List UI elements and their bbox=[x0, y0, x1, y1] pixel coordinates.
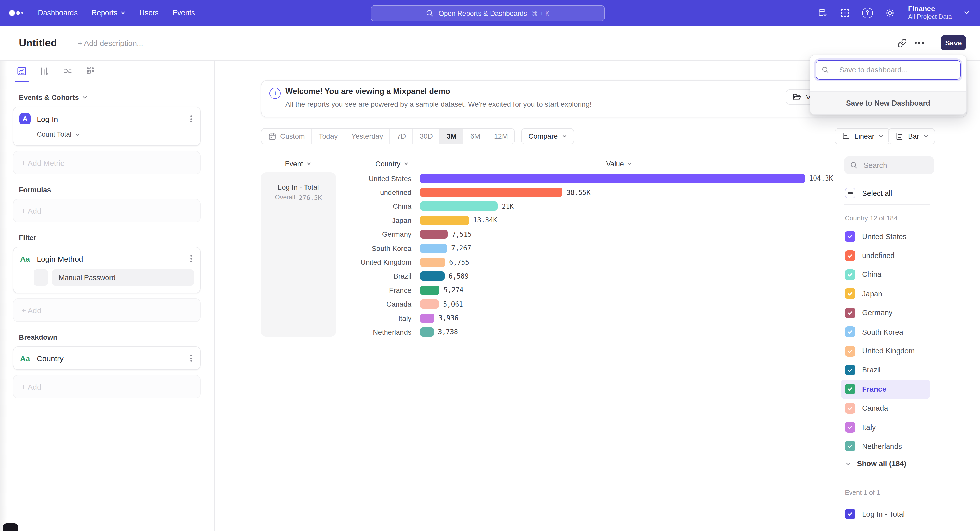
bar-china[interactable] bbox=[420, 202, 498, 211]
country-checkbox-brazil[interactable] bbox=[845, 365, 856, 376]
bar-france[interactable] bbox=[420, 286, 439, 295]
filter-value[interactable]: Manual Password bbox=[52, 269, 194, 286]
filter-property-name[interactable]: Login Method bbox=[37, 254, 188, 263]
legend-row-undefined[interactable]: undefined bbox=[841, 246, 931, 265]
legend-row-south-korea[interactable]: South Korea bbox=[841, 322, 931, 341]
legend-row-netherlands[interactable]: Netherlands bbox=[841, 437, 931, 456]
country-checkbox-canada[interactable] bbox=[845, 403, 856, 414]
nav-link-users[interactable]: Users bbox=[139, 9, 159, 17]
legend-row-china[interactable]: China bbox=[841, 265, 931, 284]
add-description-button[interactable]: + Add description... bbox=[78, 38, 143, 47]
breakdown-property-name[interactable]: Country bbox=[37, 354, 188, 362]
country-checkbox-south-korea[interactable] bbox=[845, 327, 856, 337]
global-search-button[interactable]: Open Reports & Dashboards ⌘ + K bbox=[371, 5, 605, 21]
project-switcher[interactable]: Finance All Project Data bbox=[908, 5, 952, 21]
kebab-menu-icon[interactable] bbox=[188, 254, 194, 264]
select-all-checkbox[interactable] bbox=[845, 188, 856, 198]
country-checkbox-united-states[interactable] bbox=[845, 231, 856, 242]
range-custom[interactable]: Custom bbox=[261, 128, 311, 144]
country-checkbox-united-kingdom[interactable] bbox=[845, 346, 856, 356]
aggregation-selector[interactable]: Count Total bbox=[37, 131, 194, 138]
legend-row-japan[interactable]: Japan bbox=[841, 284, 931, 303]
country-checkbox-undefined[interactable] bbox=[845, 250, 856, 261]
column-header-country[interactable]: Country bbox=[375, 160, 409, 168]
nav-link-reports[interactable]: Reports bbox=[91, 9, 126, 17]
nav-link-events[interactable]: Events bbox=[172, 9, 195, 17]
legend-row-italy[interactable]: Italy bbox=[841, 418, 931, 437]
legend-row-france[interactable]: France bbox=[841, 379, 931, 399]
save-button[interactable]: Save bbox=[941, 35, 966, 51]
event-checkbox-log-in-total[interactable] bbox=[845, 509, 856, 519]
range-12m[interactable]: 12M bbox=[487, 128, 514, 144]
chat-widget-tab[interactable] bbox=[3, 523, 18, 531]
bar-united-states[interactable] bbox=[420, 174, 805, 183]
legend-row-log-in-total[interactable]: Log In - Total bbox=[841, 504, 931, 524]
tab-retention[interactable] bbox=[85, 65, 96, 76]
chevron-down-icon[interactable] bbox=[964, 10, 970, 16]
country-checkbox-china[interactable] bbox=[845, 269, 856, 280]
legend-row-united-kingdom[interactable]: United Kingdom bbox=[841, 341, 931, 361]
legend-row-brazil[interactable]: Brazil bbox=[841, 360, 931, 379]
country-checkbox-italy[interactable] bbox=[845, 422, 856, 433]
bar-canada[interactable] bbox=[420, 300, 439, 309]
apps-grid-icon[interactable] bbox=[840, 7, 850, 18]
settings-gear-icon[interactable] bbox=[885, 7, 895, 18]
chart-type-selector[interactable]: Bar bbox=[888, 128, 935, 144]
metric-card[interactable]: A Log In Count Total bbox=[13, 106, 200, 146]
help-icon[interactable]: ? bbox=[862, 7, 873, 18]
select-all-row[interactable]: Select all bbox=[845, 188, 892, 198]
country-checkbox-germany[interactable] bbox=[845, 308, 856, 318]
legend-row-canada[interactable]: Canada bbox=[841, 399, 931, 418]
more-options-button[interactable] bbox=[911, 35, 928, 51]
mixpanel-logo-icon[interactable] bbox=[9, 10, 24, 16]
metric-event-name[interactable]: Log In bbox=[37, 114, 188, 123]
bar-undefined[interactable] bbox=[420, 188, 563, 197]
compare-button[interactable]: Compare bbox=[521, 128, 574, 144]
bar-south-korea[interactable] bbox=[420, 244, 447, 253]
kebab-menu-icon[interactable] bbox=[188, 353, 194, 363]
filter-operator[interactable]: = bbox=[34, 269, 48, 286]
range-yesterday[interactable]: Yesterday bbox=[344, 128, 390, 144]
country-checkbox-japan[interactable] bbox=[845, 288, 856, 299]
data-management-icon[interactable] bbox=[817, 7, 828, 18]
bar-united-kingdom[interactable] bbox=[420, 258, 445, 267]
breakdown-card[interactable]: Aa Country bbox=[13, 346, 200, 370]
bar-germany[interactable] bbox=[420, 230, 448, 239]
tab-flows[interactable] bbox=[62, 65, 73, 76]
add-filter-button[interactable]: + Add bbox=[13, 298, 200, 322]
bar-japan[interactable] bbox=[420, 216, 469, 225]
copy-link-button[interactable] bbox=[893, 35, 911, 51]
range-3m[interactable]: 3M bbox=[439, 128, 463, 144]
add-formula-button[interactable]: + Add bbox=[13, 199, 200, 222]
scale-selector[interactable]: Linear bbox=[835, 128, 890, 144]
range-7d[interactable]: 7D bbox=[390, 128, 413, 144]
report-title[interactable]: Untitled bbox=[19, 37, 57, 49]
events-cohorts-label[interactable]: Events & Cohorts bbox=[19, 94, 200, 101]
country-checkbox-netherlands[interactable] bbox=[845, 441, 856, 452]
legend-row-united-states[interactable]: United States bbox=[841, 227, 931, 246]
save-dashboard-input[interactable] bbox=[838, 65, 955, 74]
save-to-new-dashboard-button[interactable]: Save to New Dashboard bbox=[810, 91, 966, 114]
bar-netherlands[interactable] bbox=[420, 328, 434, 337]
range-today[interactable]: Today bbox=[311, 128, 344, 144]
column-header-value[interactable]: Value bbox=[606, 160, 632, 168]
add-breakdown-button[interactable]: + Add bbox=[13, 375, 200, 398]
nav-link-dashboards[interactable]: Dashboards bbox=[38, 9, 78, 17]
country-checkbox-france[interactable] bbox=[845, 384, 856, 395]
show-all-button[interactable]: Show all (184) bbox=[845, 460, 906, 468]
bar-category-label: Italy bbox=[337, 314, 411, 322]
range-30d[interactable]: 30D bbox=[413, 128, 439, 144]
legend-search-input[interactable] bbox=[862, 161, 934, 170]
bar-italy[interactable] bbox=[420, 314, 434, 323]
tab-insights[interactable] bbox=[16, 65, 27, 76]
save-dashboard-search[interactable] bbox=[816, 60, 961, 79]
legend-row-germany[interactable]: Germany bbox=[841, 303, 931, 322]
column-header-event[interactable]: Event bbox=[285, 160, 311, 168]
bar-brazil[interactable] bbox=[420, 272, 445, 281]
tab-funnels[interactable] bbox=[39, 65, 50, 76]
range-6m[interactable]: 6M bbox=[463, 128, 487, 144]
add-metric-button[interactable]: + Add Metric bbox=[13, 151, 200, 174]
legend-search[interactable] bbox=[844, 156, 934, 174]
kebab-menu-icon[interactable] bbox=[188, 114, 194, 124]
filter-card[interactable]: Aa Login Method = Manual Password bbox=[13, 247, 200, 293]
